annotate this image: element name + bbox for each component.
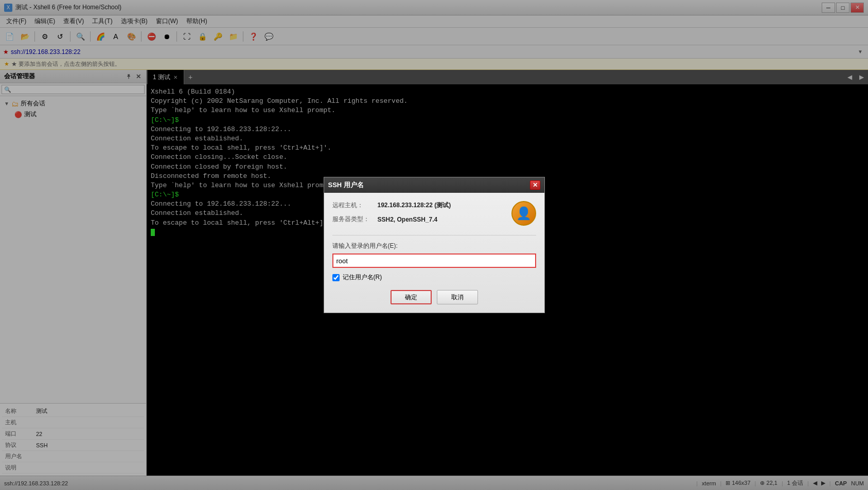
modal-title-bar: SSH 用户名 ✕ xyxy=(324,177,544,193)
cancel-button[interactable]: 取消 xyxy=(437,290,478,304)
remote-host-label: 远程主机： xyxy=(332,201,374,210)
server-type-value: SSH2, OpenSSH_7.4 xyxy=(378,216,511,223)
modal-buttons: 确定 取消 xyxy=(332,290,536,304)
input-label: 请输入登录的用户名(E): xyxy=(332,242,536,250)
modal-body: 远程主机： 192.168.233.128:22 (测试) 服务器类型： SSH… xyxy=(324,193,544,313)
modal-overlay: SSH 用户名 ✕ 远程主机： 192.168.233.128:22 (测试) … xyxy=(0,0,868,490)
modal-remote-host-row: 远程主机： 192.168.233.128:22 (测试) xyxy=(332,201,511,210)
ok-button[interactable]: 确定 xyxy=(391,290,432,304)
modal-close-button[interactable]: ✕ xyxy=(530,180,540,190)
remember-username-row: 记住用户名(R) xyxy=(332,273,536,282)
username-input[interactable] xyxy=(332,253,536,268)
remember-label: 记住用户名(R) xyxy=(343,273,382,282)
remember-checkbox[interactable] xyxy=(332,274,340,281)
user-avatar-icon: 👤 xyxy=(511,201,536,226)
server-type-label: 服务器类型： xyxy=(332,215,374,224)
modal-server-type-row: 服务器类型： SSH2, OpenSSH_7.4 xyxy=(332,215,511,224)
ssh-username-dialog: SSH 用户名 ✕ 远程主机： 192.168.233.128:22 (测试) … xyxy=(324,177,545,313)
remote-host-value: 192.168.233.128:22 (测试) xyxy=(378,201,511,210)
modal-title: SSH 用户名 xyxy=(328,180,364,190)
